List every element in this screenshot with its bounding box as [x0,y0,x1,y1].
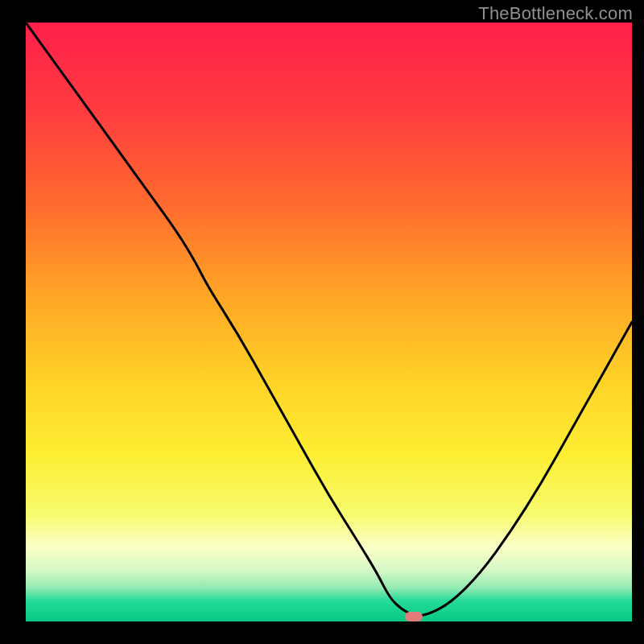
optimum-marker [405,612,423,621]
bottleneck-chart [0,0,644,644]
chart-frame: TheBottleneck.com [0,0,644,644]
plot-background [26,23,632,621]
